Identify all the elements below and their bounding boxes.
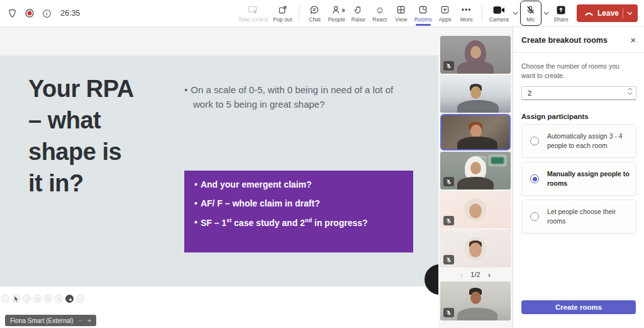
pagination-prev-icon: ‹ — [460, 270, 463, 280]
meeting-toolbar: 26:35 Take control Pop out Chat 8 — [0, 0, 644, 27]
mic-off-icon — [443, 61, 454, 71]
share-button[interactable]: Share — [550, 1, 572, 26]
close-icon[interactable]: × — [630, 37, 636, 44]
create-rooms-button[interactable]: Create rooms — [521, 300, 636, 314]
people-icon — [331, 4, 341, 16]
room-count-spinner[interactable] — [628, 88, 633, 95]
more-tools-icon[interactable] — [76, 295, 84, 303]
cursor-tool-icon[interactable] — [12, 295, 20, 303]
zoom-in-button[interactable]: + — [87, 317, 91, 324]
participant-avatar-tile[interactable] — [440, 191, 511, 229]
radio-unchecked-icon[interactable] — [530, 212, 539, 221]
shield-icon — [8, 8, 17, 18]
assign-participants-heading: Assign participants — [521, 113, 636, 120]
participant-video-tile[interactable] — [440, 75, 511, 113]
mic-options-chevron-icon[interactable] — [542, 11, 550, 15]
participant-video-tile[interactable] — [440, 152, 511, 189]
shared-screen-stage: Your RPA – what shape is it in? •On a sc… — [0, 27, 438, 328]
pop-out-icon — [278, 4, 287, 16]
view-button[interactable]: View — [391, 1, 412, 26]
leave-label: Leave — [597, 9, 619, 18]
participant-filmstrip: ‹ 1/2 › — [438, 27, 513, 328]
camera-options-chevron-icon[interactable] — [511, 11, 519, 15]
rooms-icon — [418, 4, 428, 16]
panel-title: Create breakout rooms — [521, 36, 608, 45]
more-button[interactable]: ••• More — [456, 1, 477, 26]
avatar — [464, 237, 487, 260]
breakout-rooms-panel: Create breakout rooms × Choose the numbe… — [513, 27, 644, 328]
more-icon: ••• — [462, 4, 472, 16]
participant-video-tile-active-speaker[interactable] — [440, 114, 511, 150]
apps-button[interactable]: Apps — [435, 1, 456, 26]
meeting-timer: 26:35 — [60, 9, 80, 18]
eraser-tool-icon[interactable] — [33, 295, 42, 303]
take-control-icon — [248, 4, 258, 16]
raise-hand-icon — [353, 4, 363, 16]
chat-button[interactable]: Chat — [304, 1, 325, 26]
mic-off-icon — [443, 216, 454, 225]
leave-button[interactable]: Leave — [577, 4, 638, 22]
slide-bullet: •On a scale of 0-5, with 0 being in need… — [184, 83, 411, 111]
chat-icon — [309, 4, 319, 16]
participant-avatar-tile[interactable] — [440, 230, 511, 268]
slide-purple-box: •And your emergent claim? •AF/ F – whole… — [184, 171, 413, 252]
mic-off-icon — [443, 177, 454, 186]
option-let-people-choose[interactable]: Let people choose their rooms — [521, 200, 636, 234]
people-count-badge: 8 — [342, 8, 345, 13]
presentation-slide: Your RPA – what shape is it in? •On a sc… — [0, 55, 438, 286]
pop-out-button[interactable]: Pop out — [270, 1, 294, 26]
info-icon[interactable] — [42, 9, 52, 18]
shared-screen-margin — [0, 27, 438, 55]
zoom-tool-icon[interactable] — [44, 295, 52, 303]
presenter-name: Fiona Smart (External) — [10, 317, 74, 324]
panel-divider — [513, 52, 644, 53]
pagination-next-icon[interactable]: › — [488, 270, 491, 280]
pagination-label: 1/2 — [470, 271, 480, 278]
presenter-name-pill: Fiona Smart (External) − + — [5, 315, 96, 326]
camera-button[interactable]: Camera — [487, 1, 511, 26]
mic-off-icon — [443, 255, 454, 264]
avatar — [464, 198, 487, 221]
apps-icon — [440, 4, 450, 16]
teams-meeting-window: 26:35 Take control Pop out Chat 8 — [0, 0, 644, 328]
room-count-instruction: Choose the number of rooms you want to c… — [521, 62, 632, 81]
participant-video-tile[interactable] — [440, 281, 511, 320]
purple-box-bullet: •SF – 1st case study and 2nd in progress… — [194, 217, 403, 229]
purple-box-bullet: •And your emergent claim? — [194, 179, 403, 191]
option-manual-assign[interactable]: Manually assign people to rooms — [521, 162, 636, 196]
hang-up-icon — [584, 11, 594, 16]
room-count-input[interactable] — [521, 86, 636, 100]
react-icon: ☺ — [375, 4, 384, 16]
radio-unchecked-icon[interactable] — [530, 137, 539, 145]
camera-icon — [493, 4, 505, 16]
leave-options-chevron-icon[interactable] — [627, 11, 633, 15]
raise-hand-button[interactable]: Raise — [348, 1, 369, 26]
mic-off-icon — [526, 4, 535, 16]
people-button[interactable]: 8 People — [325, 1, 347, 26]
filmstrip-pagination: ‹ 1/2 › — [440, 269, 511, 280]
react-button[interactable]: ☺ React — [369, 1, 391, 26]
mic-off-icon — [443, 308, 454, 317]
participant-video-tile[interactable] — [440, 36, 511, 74]
option-auto-assign[interactable]: Automatically assign 3 - 4 people to eac… — [521, 124, 636, 158]
pen-tool-icon[interactable] — [23, 295, 31, 303]
slide-title: Your RPA – what shape is it in? — [28, 73, 186, 200]
menu-tool-icon[interactable] — [55, 295, 63, 303]
take-control-button: Take control — [236, 1, 270, 26]
laser-pointer-toggle[interactable] — [65, 295, 74, 303]
share-icon — [556, 4, 566, 16]
rooms-button[interactable]: Rooms — [412, 1, 435, 26]
recording-indicator-icon — [25, 8, 35, 18]
view-icon — [396, 4, 406, 16]
zoom-out-button[interactable]: − — [79, 317, 82, 324]
annotation-toolbar — [1, 295, 84, 303]
mic-button[interactable]: Mic — [520, 1, 541, 26]
purple-box-bullet: •AF/ F – whole claim in draft? — [194, 198, 403, 210]
select-tool-icon[interactable] — [1, 295, 9, 303]
radio-checked-icon[interactable] — [530, 174, 539, 183]
